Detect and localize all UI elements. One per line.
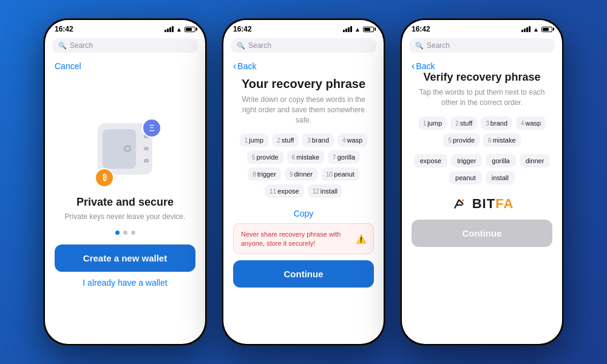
dot-1	[115, 231, 120, 235]
search-label-2: Search	[248, 41, 271, 50]
page-subtitle-2: Write down or copy these words in the ri…	[233, 95, 374, 125]
word-chip-1[interactable]: 1jump	[240, 133, 268, 147]
continue-button-3[interactable]: Continue	[412, 220, 552, 247]
back-button-2[interactable]: ‹ Back	[233, 61, 256, 71]
signal-icon-2	[343, 26, 352, 32]
search-label-3: Search	[427, 41, 450, 50]
page-dots	[115, 231, 135, 235]
status-bar-1: 16:42 ▲	[45, 20, 205, 36]
dot-3	[131, 231, 135, 235]
dot-2	[123, 231, 127, 235]
status-time-1: 16:42	[55, 25, 73, 33]
main-title-1: Private and secure	[76, 196, 174, 209]
battery-icon-2	[363, 27, 374, 32]
word-chip-11[interactable]: 11expose	[265, 184, 304, 198]
word-row-4: 11expose 12install	[265, 184, 342, 198]
chevron-left-icon-3: ‹	[412, 61, 415, 71]
phone-3: 16:42 ▲ 🔍 Search ‹	[400, 18, 564, 346]
verify-row-2: 5provide 6mistake	[443, 133, 520, 147]
choice-trigger[interactable]: trigger	[451, 154, 482, 167]
word-chip-5[interactable]: 5provide	[247, 150, 283, 164]
verify-row-1: 1jump 2stuff 3brand 4wasp	[418, 116, 546, 130]
back-label-3: Back	[416, 61, 435, 71]
verify-chip-3[interactable]: 3brand	[481, 116, 512, 130]
already-have-wallet-button[interactable]: I already have a wallet	[83, 278, 167, 288]
screen-1: Cancel Ξ ₿	[45, 56, 205, 344]
word-chip-12[interactable]: 12install	[308, 184, 342, 198]
choice-peanut[interactable]: peanut	[449, 171, 482, 184]
word-chip-8[interactable]: 8trigger	[248, 167, 281, 181]
phone-1: 16:42 ▲ 🔍 Search Cancel	[43, 18, 207, 346]
continue-button-2[interactable]: Continue	[233, 260, 374, 288]
bitfa-symbol-icon	[450, 195, 467, 212]
status-icons-2: ▲	[343, 26, 374, 33]
signal-icon-1	[164, 26, 174, 32]
search-icon-2: 🔍	[237, 42, 245, 50]
verify-chip-4[interactable]: 4wasp	[516, 116, 546, 130]
status-icons-3: ▲	[521, 26, 552, 33]
verify-chip-1[interactable]: 1jump	[418, 116, 447, 130]
nav-row-1: Cancel	[55, 61, 195, 71]
choice-dinner[interactable]: dinner	[520, 154, 551, 167]
back-label-2: Back	[237, 61, 256, 71]
nav-row-3: ‹ Back	[412, 61, 552, 71]
back-button-3[interactable]: ‹ Back	[412, 61, 552, 71]
status-icons-1: ▲	[164, 26, 195, 33]
search-bar-3[interactable]: 🔍 Search	[409, 38, 555, 53]
battery-icon-1	[185, 27, 195, 32]
word-chip-3[interactable]: 3brand	[302, 133, 334, 147]
create-wallet-button[interactable]: Create a new wallet	[55, 244, 195, 272]
word-row-2: 5provide 6mistake 7gorilla	[247, 150, 360, 164]
vault-handle	[124, 145, 131, 152]
warning-box: Never share recovery phrase with anyone,…	[233, 223, 374, 254]
search-bar-1[interactable]: 🔍 Search	[52, 38, 198, 53]
screen-2: ‹ Back Your recovery phrase Write down o…	[223, 56, 384, 344]
verify-chip-6[interactable]: 6mistake	[483, 133, 520, 147]
choice-gorilla[interactable]: gorilla	[486, 154, 515, 167]
search-bar-2[interactable]: 🔍 Search	[231, 38, 376, 53]
vault-container: Ξ ₿ Private and secure Private keys neve…	[55, 76, 195, 334]
status-time-3: 16:42	[412, 25, 430, 33]
word-row-1: 1jump 2stuff 3brand 4wasp	[240, 133, 368, 147]
battery-icon-3	[541, 27, 552, 32]
search-icon-1: 🔍	[58, 42, 67, 50]
verify-selected-words: 1jump 2stuff 3brand 4wasp 5provide 6mist…	[412, 116, 552, 147]
nav-row-2: ‹ Back	[233, 61, 374, 71]
page-subtitle-3: Tap the words to put them next to each o…	[412, 87, 552, 108]
page-title-2: Your recovery phrase	[233, 77, 374, 91]
word-chip-9[interactable]: 9dinner	[285, 167, 317, 181]
main-subtitle-1: Private keys never leave your device.	[65, 212, 186, 221]
choice-install[interactable]: install	[486, 171, 515, 184]
status-bar-3: 16:42 ▲	[402, 20, 562, 36]
vault-door	[103, 129, 136, 169]
wifi-icon-1: ▲	[176, 26, 182, 33]
screen-3: ‹ Back Verify recovery phrase Tap the wo…	[402, 56, 562, 344]
word-chip-4[interactable]: 4wasp	[337, 133, 367, 147]
cancel-button[interactable]: Cancel	[55, 61, 81, 71]
chevron-left-icon-2: ‹	[233, 61, 236, 71]
word-choices: expose trigger gorilla dinner peanut ins…	[412, 154, 552, 184]
vault-icon: Ξ ₿	[92, 123, 158, 184]
verify-chip-5[interactable]: 5provide	[443, 133, 480, 147]
word-chip-2[interactable]: 2stuff	[272, 133, 299, 147]
word-chip-6[interactable]: 6mistake	[287, 150, 324, 164]
warning-icon: ⚠️	[356, 234, 366, 244]
search-label-1: Search	[70, 41, 93, 50]
phone-2: 16:42 ▲ 🔍 Search ‹	[222, 18, 385, 346]
status-bar-2: 16:42 ▲	[223, 20, 384, 36]
warning-text: Never share recovery phrase with anyone,…	[241, 230, 351, 248]
word-chip-10[interactable]: 10peanut	[321, 167, 359, 181]
signal-icon-3	[521, 26, 531, 32]
word-chip-7[interactable]: 7gorilla	[328, 150, 360, 164]
bitfa-logo: BITFA	[412, 195, 552, 212]
verify-chip-2[interactable]: 2stuff	[450, 116, 477, 130]
ethereum-coin-icon: Ξ	[142, 118, 161, 138]
choice-expose[interactable]: expose	[414, 154, 447, 167]
word-grid: 1jump 2stuff 3brand 4wasp 5provide 6mist…	[233, 133, 374, 198]
wifi-icon-3: ▲	[533, 26, 539, 33]
search-icon-3: 🔍	[415, 42, 424, 50]
word-row-3: 8trigger 9dinner 10peanut	[248, 167, 359, 181]
bitfa-text: BITFA	[472, 196, 514, 212]
wifi-icon-2: ▲	[354, 26, 361, 33]
copy-button[interactable]: Copy	[233, 204, 374, 223]
